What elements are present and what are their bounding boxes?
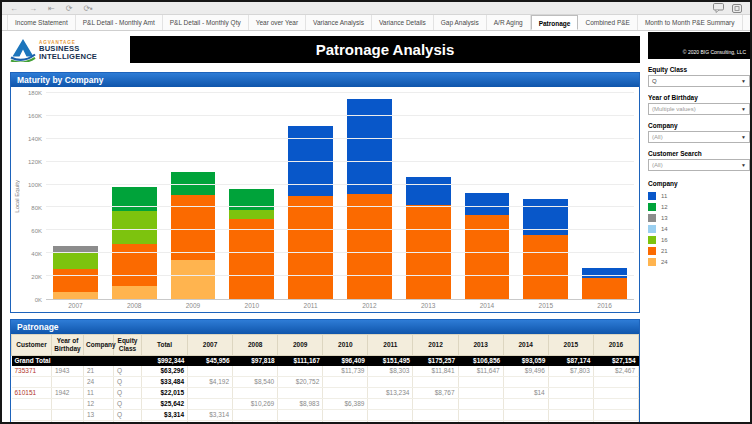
logo-text: AGVANTAGE BUSINESS INTELLIGENCE bbox=[39, 40, 97, 60]
x-axis-label-2007: 2007 bbox=[46, 300, 105, 312]
bar-2008 bbox=[105, 93, 164, 299]
legend-item-24[interactable]: 24 bbox=[648, 256, 750, 267]
tab-variance-analysis[interactable]: Variance Analysis bbox=[306, 15, 372, 30]
y-tick-label: 20K bbox=[31, 274, 42, 280]
column-header-2015: 2015 bbox=[548, 335, 593, 356]
value-cell-2009 bbox=[278, 388, 323, 399]
bar-segment-company-21-2011[interactable] bbox=[288, 196, 333, 299]
bar-segment-company-16-2007[interactable] bbox=[53, 253, 98, 269]
bar-2010 bbox=[222, 93, 281, 299]
chart-section-title: Maturity by Company bbox=[11, 73, 639, 87]
tab-month-to-month-p-e-summary[interactable]: Month to Month P&E Summary bbox=[638, 15, 743, 30]
customer-id-cell bbox=[12, 410, 52, 421]
bar-segment-company-16-2010[interactable] bbox=[229, 210, 274, 219]
column-header-total: Total bbox=[142, 335, 188, 356]
undo-icon[interactable]: ← bbox=[10, 3, 18, 14]
customer-search-dropdown[interactable]: (All) ▼ bbox=[648, 159, 750, 171]
bar-segment-company-21-2012[interactable] bbox=[347, 194, 392, 299]
bar-segment-company-21-2007[interactable] bbox=[53, 269, 98, 292]
equity-class-dropdown[interactable]: Q ▼ bbox=[648, 75, 750, 87]
bar-segment-company-21-2008[interactable] bbox=[112, 244, 157, 286]
bar-segment-company-21-2009[interactable] bbox=[171, 195, 216, 260]
toolbar: ← → ⇤ ⟳ ⟳▪ bbox=[2, 2, 750, 15]
x-axis-label-2010: 2010 bbox=[222, 300, 281, 312]
legend-swatch-21 bbox=[648, 247, 656, 255]
revert-icon[interactable]: ⇤ bbox=[48, 3, 55, 14]
tab-variance-details[interactable]: Variance Details bbox=[372, 15, 434, 30]
bar-segment-company-16-2008[interactable] bbox=[112, 211, 157, 244]
value-cell-2015 bbox=[548, 410, 593, 421]
tab-p-l-detail-monthly-qty[interactable]: P&L Detail - Monthly Qty bbox=[163, 15, 249, 30]
tab-patronage[interactable]: Patronage bbox=[531, 15, 579, 30]
column-header-2013: 2013 bbox=[458, 335, 503, 356]
tab-gap-analysis[interactable]: Gap Analysis bbox=[434, 15, 487, 30]
bar-segment-company-21-2010[interactable] bbox=[229, 219, 274, 299]
legend-item-21[interactable]: 21 bbox=[648, 245, 750, 256]
bar-segment-company-24-2007[interactable] bbox=[53, 292, 98, 299]
value-cell-2007: $4,192 bbox=[188, 377, 233, 388]
legend-item-13[interactable]: 13 bbox=[648, 212, 750, 223]
tab-bar: Income StatementP&L Detail - Monthly Amt… bbox=[2, 15, 750, 31]
bar-segment-company-21-2014[interactable] bbox=[465, 215, 510, 299]
value-cell-2011: $8,702 bbox=[368, 421, 413, 424]
bar-segment-company-21-2015[interactable] bbox=[523, 235, 568, 299]
refresh-icon[interactable]: ⟳ bbox=[66, 3, 73, 14]
value-cell-2008 bbox=[233, 388, 278, 399]
legend-item-14[interactable]: 14 bbox=[648, 223, 750, 234]
tab-year-over-year[interactable]: Year over Year bbox=[249, 15, 306, 30]
filter-customer-search: Customer Search (All) ▼ bbox=[648, 150, 750, 171]
grand-total-2015: $87,174 bbox=[548, 356, 593, 367]
redo-icon[interactable]: → bbox=[29, 3, 37, 14]
tab-a-r-aging[interactable]: A/R Aging bbox=[487, 15, 531, 30]
x-axis-label-2013: 2013 bbox=[399, 300, 458, 312]
company-dropdown[interactable]: (All) ▼ bbox=[648, 131, 750, 143]
bar-segment-company-11-2016[interactable] bbox=[582, 268, 627, 278]
year-of-birthday-cell: 1943 bbox=[52, 366, 84, 377]
tab-p-l-detail-monthly-amt[interactable]: P&L Detail - Monthly Amt bbox=[76, 15, 163, 30]
tab-income-statement[interactable]: Income Statement bbox=[7, 15, 76, 30]
legend-item-12[interactable]: 12 bbox=[648, 201, 750, 212]
value-cell-2010 bbox=[323, 377, 368, 388]
legend-swatch-13 bbox=[648, 214, 656, 222]
legend-swatch-12 bbox=[648, 203, 656, 211]
gridline bbox=[46, 115, 634, 116]
grand-total-2014: $93,059 bbox=[503, 356, 548, 367]
grand-total-2011: $151,495 bbox=[368, 356, 413, 367]
value-cell-2013: $7,250 bbox=[458, 421, 503, 424]
bar-segment-company-11-2013[interactable] bbox=[406, 177, 451, 206]
y-tick-label: 100K bbox=[28, 182, 42, 188]
chevron-down-icon: ▼ bbox=[741, 134, 749, 140]
bar-segment-company-21-2016[interactable] bbox=[582, 278, 627, 299]
column-header-customer: Customer bbox=[12, 335, 52, 356]
column-header-2008: 2008 bbox=[233, 335, 278, 356]
pause-icon[interactable]: ⟳▪ bbox=[83, 3, 93, 14]
customer-id-cell[interactable]: 610151 bbox=[12, 388, 52, 399]
year-of-birthday-dropdown[interactable]: (Multiple values) ▼ bbox=[648, 103, 750, 115]
value-cell-2010 bbox=[323, 410, 368, 421]
legend-item-16[interactable]: 16 bbox=[648, 234, 750, 245]
year-of-birthday-cell bbox=[52, 377, 84, 388]
bar-segment-company-11-2014[interactable] bbox=[465, 193, 510, 216]
company-cell: 12 bbox=[84, 399, 114, 410]
customer-id-cell[interactable]: 44847 bbox=[12, 421, 52, 424]
y-tick-label: 0K bbox=[35, 297, 42, 303]
value-cell-2014 bbox=[503, 377, 548, 388]
customer-id-cell[interactable]: 735371 bbox=[12, 366, 52, 377]
value-cell-2013 bbox=[458, 399, 503, 410]
value-cell-2015 bbox=[548, 388, 593, 399]
filter-year-of-birthday: Year of Birthday (Multiple values) ▼ bbox=[648, 94, 750, 115]
tab-combined-p-e[interactable]: Combined P&E bbox=[578, 15, 637, 30]
total-cell: $45,260 bbox=[142, 421, 188, 424]
legend-swatch-24 bbox=[648, 258, 656, 266]
bar-segment-company-24-2009[interactable] bbox=[171, 260, 216, 299]
column-header-company: Company bbox=[84, 335, 114, 356]
value-cell-2015 bbox=[548, 399, 593, 410]
customer-search-label: Customer Search bbox=[648, 150, 750, 157]
company-label: Company bbox=[648, 122, 750, 129]
value-cell-2010 bbox=[323, 388, 368, 399]
equity-class-value: Q bbox=[652, 78, 657, 84]
bar-segment-company-24-2008[interactable] bbox=[112, 286, 157, 299]
grand-total-row: Grand Total$992,344$45,956$97,818$111,16… bbox=[12, 356, 639, 367]
bar-segment-company-11-2012[interactable] bbox=[347, 99, 392, 194]
legend-item-11[interactable]: 11 bbox=[648, 190, 750, 201]
